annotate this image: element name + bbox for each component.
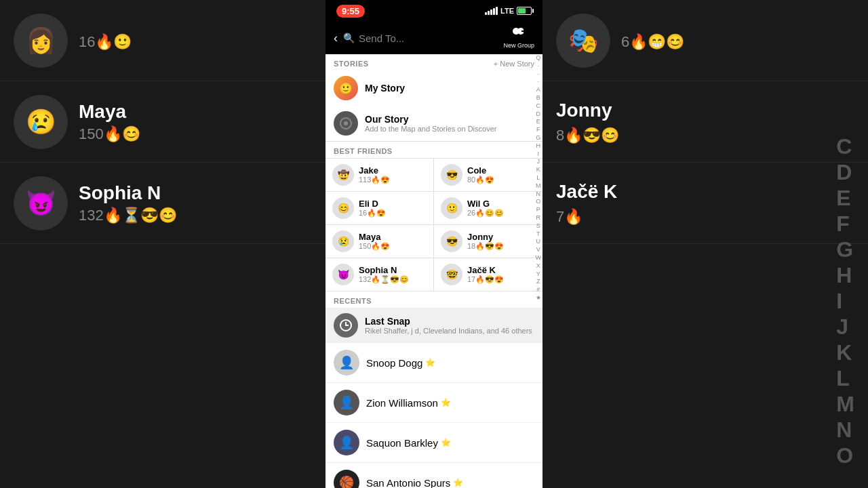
new-story-button[interactable]: + New Story: [494, 60, 534, 68]
alpha-m[interactable]: M: [536, 182, 541, 190]
status-time: 9:55: [336, 5, 365, 18]
last-snap-name: Last Snap: [365, 316, 532, 327]
alpha-d[interactable]: D: [536, 110, 541, 118]
bg-right-name-jonny: Jonny: [556, 100, 619, 121]
bf-score-sophian: 132🔥⏳😎😊: [359, 275, 409, 284]
our-story-avatar: [334, 111, 358, 136]
alpha-k[interactable]: K: [536, 166, 540, 174]
bf-item-jacek[interactable]: 🤓 Jačë K 17🔥😎😍: [434, 258, 542, 291]
alpha-o[interactable]: O: [536, 198, 540, 205]
bg-left-item-3: 😈 Sophia N 132🔥⏳😎😊: [0, 163, 326, 244]
list-name-spurs: San Antonio Spurs: [366, 477, 450, 489]
alpha-u[interactable]: U: [536, 238, 541, 245]
alphabet-index[interactable]: Q · · · A B C D E F G H I J K L M N O P …: [536, 54, 542, 302]
bf-header: BEST FRIENDS: [326, 142, 542, 158]
search-input-wrap[interactable]: 🔍 Send To...: [343, 33, 498, 44]
bf-name-jake: Jake: [359, 165, 390, 176]
recents-section: RECENTS Last Snap Rikel Shaffer, j d, Cl…: [326, 291, 542, 488]
bg-right-score-jonny: 8🔥😎😊: [556, 127, 619, 144]
bf-item-maya[interactable]: 😢 Maya 150🔥😍: [326, 225, 434, 258]
stories-header: STORIES + New Story: [326, 54, 542, 70]
bg-avatar-1: 👩: [14, 14, 68, 68]
list-avatar-zion: 👤: [334, 390, 359, 415]
bg-avatar-r1: 🎭: [556, 14, 610, 68]
alpha-dot2[interactable]: ·: [537, 70, 539, 78]
battery-fill: [518, 8, 526, 14]
alpha-f[interactable]: F: [536, 126, 540, 134]
new-group-button[interactable]: New Group: [503, 27, 534, 49]
alpha-l[interactable]: L: [536, 174, 540, 182]
alpha-v[interactable]: V: [536, 246, 540, 253]
my-story-item[interactable]: 🙂 My Story: [326, 70, 542, 106]
alpha-r[interactable]: R: [536, 214, 541, 222]
bf-avatar-jacek: 🤓: [441, 264, 462, 285]
svg-point-5: [344, 121, 348, 125]
list-item-snoop[interactable]: 👤 Snoop Dogg ⭐: [326, 343, 542, 383]
alpha-p[interactable]: P: [536, 206, 540, 214]
list-item-zion[interactable]: 👤 Zion Williamson ⭐: [326, 383, 542, 423]
bf-avatar-jake: 🤠: [332, 164, 354, 186]
alpha-x[interactable]: X: [536, 262, 540, 270]
back-button[interactable]: ‹: [334, 31, 338, 45]
alpha-g[interactable]: G: [536, 134, 540, 142]
my-story-name: My Story: [365, 83, 405, 94]
bg-right-name-jace: Jačë K: [556, 181, 617, 203]
alpha-hash[interactable]: #: [536, 286, 540, 293]
alpha-dot3[interactable]: ·: [537, 78, 539, 85]
content-scroll[interactable]: STORIES + New Story 🙂 My Story Our Story: [326, 54, 542, 488]
bf-avatar-sophian: 😈: [332, 264, 354, 285]
alpha-dot1[interactable]: ·: [537, 62, 539, 70]
bg-score-3: 132🔥⏳😎😊: [79, 207, 177, 224]
background-left: 👩 16🔥🙂 😢 Maya 150🔥😊 😈 Sophia N 132🔥⏳😎😊: [0, 0, 326, 488]
status-bar: 9:55 LTE: [326, 0, 542, 22]
our-story-item[interactable]: Our Story Add to the Map and Stories on …: [326, 106, 542, 141]
list-name-snoop: Snoop Dogg: [366, 357, 422, 369]
bf-item-jonny[interactable]: 😎 Jonny 18🔥😎😍: [434, 225, 542, 258]
alpha-t[interactable]: T: [536, 230, 540, 238]
bf-name-elid: Eli D: [359, 199, 386, 209]
phone-panel: 9:55 LTE ‹ 🔍 Send To...: [326, 0, 542, 488]
bf-item-sophian[interactable]: 😈 Sophia N 132🔥⏳😎😊: [326, 258, 434, 291]
stories-section: STORIES + New Story 🙂 My Story Our Story: [326, 54, 542, 142]
bf-item-jake[interactable]: 🤠 Jake 113🔥😍: [326, 159, 434, 192]
alpha-e[interactable]: E: [536, 118, 540, 125]
bf-score-jonny: 18🔥😎😍: [467, 242, 504, 251]
list-item-spurs[interactable]: 🏀 San Antonio Spurs ⭐: [326, 463, 542, 488]
bf-name-jacek: Jačë K: [467, 265, 504, 275]
alpha-star[interactable]: ★: [536, 294, 541, 302]
bf-name-jonny: Jonny: [467, 232, 504, 242]
alpha-a[interactable]: A: [536, 86, 540, 94]
alpha-s[interactable]: S: [536, 222, 540, 230]
bf-item-cole[interactable]: 😎 Cole 80🔥😍: [434, 159, 542, 192]
alpha-i[interactable]: I: [537, 150, 539, 158]
list-name-zion: Zion Williamson: [366, 397, 438, 409]
list-item-saquon[interactable]: 👤 Saquon Barkley ⭐: [326, 423, 542, 463]
alpha-j[interactable]: J: [537, 158, 540, 165]
background-right: 🎭 6🔥😁😊 Jonny 8🔥😎😊 Jačë K 7🔥 C D E F G H …: [542, 0, 868, 488]
bf-avatar-maya: 😢: [332, 230, 354, 252]
alpha-c[interactable]: C: [536, 102, 541, 110]
alpha-w[interactable]: W: [536, 254, 542, 262]
list-avatar-snoop: 👤: [334, 350, 359, 375]
bf-item-elid[interactable]: 😊 Eli D 16🔥😍: [326, 192, 434, 225]
last-snap-item[interactable]: Last Snap Rikel Shaffer, j d, Cleveland …: [326, 308, 542, 343]
battery-icon: [517, 7, 532, 15]
bf-avatar-wilg: 🙂: [441, 197, 462, 219]
my-story-avatar: 🙂: [334, 76, 358, 100]
bg-right-score-jace: 7🔥: [556, 208, 617, 226]
bf-item-wilg[interactable]: 🙂 Wil G 26🔥😊😊: [434, 192, 542, 225]
verified-star-zion: ⭐: [441, 398, 451, 407]
alpha-n[interactable]: N: [536, 190, 541, 198]
best-friends-section: BEST FRIENDS 🤠 Jake 113🔥😍 😎 Cole 80🔥😍: [326, 142, 542, 291]
alpha-y[interactable]: Y: [536, 270, 540, 278]
bf-score-maya: 150🔥😍: [359, 242, 390, 251]
alpha-q[interactable]: Q: [536, 54, 540, 62]
signal-bars: [485, 7, 498, 15]
recents-title: RECENTS: [326, 291, 542, 308]
alpha-z[interactable]: Z: [536, 278, 540, 285]
bg-avatar-2: 😢: [14, 95, 68, 149]
alpha-b[interactable]: B: [536, 94, 540, 102]
bf-score-cole: 80🔥😍: [467, 176, 494, 184]
alpha-h[interactable]: H: [536, 142, 541, 150]
status-icons: LTE: [485, 7, 532, 15]
